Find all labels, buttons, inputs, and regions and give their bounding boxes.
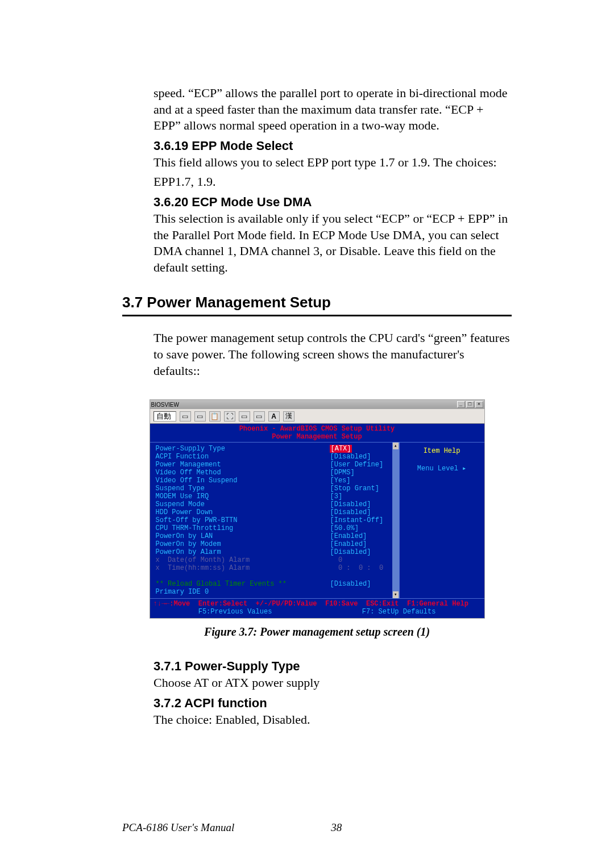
s3619-p1: This field allows you to select EPP port… bbox=[154, 155, 512, 171]
bios-window-titlebar: BIOSVIEW _ □ × bbox=[150, 400, 484, 409]
bios-footer: ↑↓→←:Move Enter:Select +/-/PU/PD:Value F… bbox=[150, 598, 484, 618]
bios-option-label: Soft-Off by PWR-BTTN bbox=[156, 516, 327, 524]
bios-option-label-disabled: x Date(of Month) Alarm bbox=[156, 556, 327, 564]
fullscreen-icon: ⛶ bbox=[224, 411, 235, 422]
bios-header-line2: Power Management Setup bbox=[150, 433, 484, 441]
bios-option-label: MODEM Use IRQ bbox=[156, 493, 327, 500]
heading-3-6-20: 3.6.20 ECP Mode Use DMA bbox=[154, 195, 512, 210]
bios-option-value: [Disabled] bbox=[330, 548, 392, 556]
bios-option-label: Power Management bbox=[156, 461, 327, 469]
figure-caption: Figure 3.7: Power management setup scree… bbox=[122, 625, 512, 639]
item-help-label: Item Help bbox=[402, 447, 482, 455]
toolbar-icon: ▭ bbox=[254, 411, 265, 422]
toolbar-icon: ▭ bbox=[239, 411, 250, 422]
bios-option-value: [Stop Grant] bbox=[330, 485, 392, 493]
bios-option-label: ACPI Function bbox=[156, 453, 327, 461]
bios-option-label: Suspend Mode bbox=[156, 500, 327, 508]
bios-screen: Phoenix - AwardBIOS CMOS Setup Utility P… bbox=[150, 424, 484, 618]
bios-left-column: Power-Supply Type ACPI Function Power Ma… bbox=[150, 443, 330, 598]
bios-screenshot: BIOSVIEW _ □ × 自動 ▭ ▭ 📋 ⛶ ▭ ▭ A 漢 Phoeni… bbox=[150, 399, 485, 619]
bios-option-label: Suspend Type bbox=[156, 485, 327, 493]
bios-option-label-disabled: x Time(hh:mm:ss) Alarm bbox=[156, 564, 327, 572]
heading-rule bbox=[122, 315, 512, 316]
bios-option-value-disabled: 0 bbox=[330, 556, 392, 564]
bios-option-value: [Yes] bbox=[330, 477, 392, 485]
page-number: 38 bbox=[331, 821, 342, 834]
intro-paragraph: speed. “ECP” allows the parallel port to… bbox=[154, 85, 512, 134]
bios-footer-line1: ↑↓→←:Move Enter:Select +/-/PU/PD:Value F… bbox=[154, 600, 481, 608]
scroll-down-icon: ▾ bbox=[393, 591, 399, 598]
bios-option-label: PowerOn by Alarm bbox=[156, 548, 327, 556]
bios-option-value: [Enabled] bbox=[330, 540, 392, 548]
bios-option-label: HDD Power Down bbox=[156, 508, 327, 516]
bios-option-value: [DPMS] bbox=[330, 469, 392, 477]
toolbar-auto-dropdown: 自動 bbox=[154, 411, 176, 422]
bios-header: Phoenix - AwardBIOS CMOS Setup Utility P… bbox=[150, 424, 484, 443]
bios-window-title: BIOSVIEW bbox=[151, 402, 179, 408]
menu-level-label: Menu Level bbox=[417, 465, 458, 473]
heading-3-7: 3.7 Power Management Setup bbox=[122, 294, 512, 311]
bios-option-value: [User Define] bbox=[330, 461, 392, 469]
bios-option-label: Power-Supply Type bbox=[156, 445, 327, 453]
bios-option-label: CPU THRM-Throttling bbox=[156, 524, 327, 532]
bios-option-value: [Instant-Off] bbox=[330, 516, 392, 524]
scroll-up-icon: ▴ bbox=[393, 443, 399, 449]
bios-value-column: [ATX][Disabled][User Define][DPMS][Yes][… bbox=[330, 443, 392, 598]
close-icon: × bbox=[475, 401, 483, 408]
bios-option-value: [ATX] bbox=[330, 445, 392, 453]
s3619-p2: EPP1.7, 1.9. bbox=[154, 174, 512, 190]
bios-option-label: PowerOn by Modem bbox=[156, 540, 327, 548]
bios-header-line1: Phoenix - AwardBIOS CMOS Setup Utility bbox=[150, 425, 484, 433]
bios-option-value: [Disabled] bbox=[330, 508, 392, 516]
bios-option-value: [Disabled] bbox=[330, 500, 392, 508]
s37-p1: The power management setup controls the … bbox=[154, 330, 512, 379]
page-footer: PCA-6186 User's Manual 38 bbox=[122, 821, 342, 834]
bios-help-panel: Item Help Menu Level ▸ bbox=[399, 443, 484, 598]
bios-option-label: Video Off In Suspend bbox=[156, 477, 327, 485]
bios-option-value: [Disabled] bbox=[330, 580, 392, 588]
bios-option-value: [Disabled] bbox=[330, 453, 392, 461]
bios-option-label: Video Off Method bbox=[156, 469, 327, 477]
heading-3-6-19: 3.6.19 EPP Mode Select bbox=[154, 139, 512, 153]
maximize-icon: □ bbox=[466, 401, 474, 408]
bios-option-value: [3] bbox=[330, 493, 392, 500]
bios-option-label: Primary IDE 0 bbox=[156, 588, 327, 596]
s372-p1: The choice: Enabled, Disabled. bbox=[154, 712, 512, 728]
toolbar-icon: ▭ bbox=[180, 411, 191, 422]
bios-toolbar: 自動 ▭ ▭ 📋 ⛶ ▭ ▭ A 漢 bbox=[150, 409, 484, 424]
bios-footer-line2: F5:Previous Values F7: SetUp Defaults bbox=[154, 608, 481, 616]
toolbar-han: 漢 bbox=[283, 411, 294, 422]
copy-icon: 📋 bbox=[209, 411, 221, 422]
menu-level-arrow-icon: ▸ bbox=[462, 465, 466, 473]
bios-option-label: PowerOn by LAN bbox=[156, 532, 327, 540]
bios-option-value: [Enabled] bbox=[330, 532, 392, 540]
toolbar-icon: ▭ bbox=[194, 411, 206, 422]
s3620-p1: This selection is available only if you … bbox=[154, 211, 512, 276]
minimize-icon: _ bbox=[457, 401, 465, 408]
bios-option-value: [50.0%] bbox=[330, 524, 392, 532]
heading-3-7-1: 3.7.1 Power-Supply Type bbox=[154, 659, 512, 674]
bios-scrollbar: ▴ ▾ bbox=[392, 443, 399, 598]
bios-option-value-disabled: 0 : 0 : 0 bbox=[330, 564, 392, 572]
font-a-icon: A bbox=[268, 411, 280, 422]
heading-3-7-2: 3.7.2 ACPI function bbox=[154, 696, 512, 711]
bios-events-header: ** Reload Global Timer Events ** bbox=[156, 580, 327, 588]
s371-p1: Choose AT or ATX power supply bbox=[154, 675, 512, 691]
manual-title: PCA-6186 User's Manual bbox=[122, 821, 234, 834]
